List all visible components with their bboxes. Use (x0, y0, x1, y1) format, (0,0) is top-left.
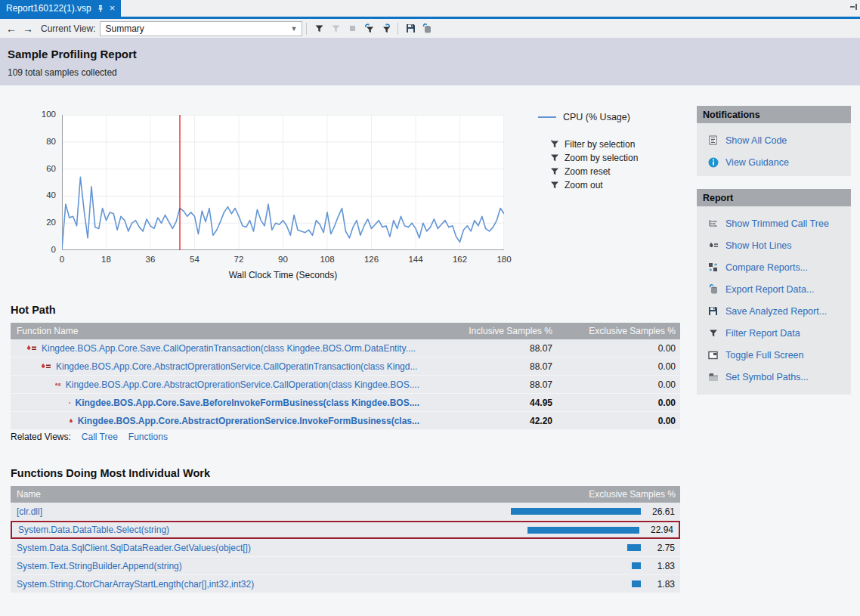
zoom-by-selection-button[interactable]: Zoom by selection (550, 153, 638, 163)
exclusive-samples-value: 0.00 (555, 398, 680, 408)
hot-path-row[interactable]: Kingdee.BOS.App.Core.Save.CallOperatinTr… (11, 339, 680, 358)
show-all-code-label: Show All Code (725, 135, 787, 146)
function-name-link[interactable]: [clr.dll] (17, 506, 42, 517)
column-header-name[interactable]: Name (11, 489, 555, 500)
funnel-icon (550, 167, 559, 176)
zoom-in-filter-button[interactable] (360, 20, 377, 37)
hot-path-table: Function Name Inclusive Samples % Exclus… (11, 323, 680, 430)
forward-button[interactable]: → (20, 20, 36, 37)
exclusive-samples-value: 1.83 (641, 579, 680, 590)
x-axis-tick-label: 180 (491, 255, 517, 264)
x-axis-title: Wall Clock Time (Seconds) (62, 270, 504, 280)
filter-by-selection-button[interactable]: Filter by selection (550, 139, 635, 150)
page-title: Sample Profiling Report (0, 38, 860, 60)
functions-table-header: Name Exclusive Samples % (11, 486, 680, 503)
funnel-icon (550, 140, 559, 149)
folder-icon (707, 373, 719, 382)
exclusive-samples-bar (627, 544, 641, 551)
notifications-title: Notifications (703, 110, 760, 120)
hot-path-row[interactable]: Kingdee.BOS.App.Core.AbstractOprerationS… (11, 376, 680, 394)
current-view-label: Current View: (41, 23, 95, 34)
legend-label: CPU (% Usage) (563, 112, 630, 122)
y-axis-tick-label: 80 (32, 137, 56, 146)
related-views: Related Views: Call Tree Functions (11, 432, 168, 442)
zoom-out-button[interactable]: Zoom out (550, 180, 603, 190)
hot-path-icon (26, 345, 37, 352)
function-name-link[interactable]: System.Data.SqlClient.SqlDataReader.GetV… (17, 543, 251, 553)
y-axis-tick-label: 20 (32, 218, 56, 227)
toggle-full-screen-link[interactable]: Toggle Full Screen (697, 344, 851, 366)
zoom-by-selection-label: Zoom by selection (565, 153, 638, 163)
exclusive-samples-value: 0.00 (555, 361, 680, 372)
functions-row[interactable]: System.Text.StringBuilder.Append(string)… (11, 557, 680, 575)
show-trimmed-call-tree-link[interactable]: Show Trimmed Call Tree (697, 212, 851, 234)
functions-work-table: Name Exclusive Samples % [clr.dll]26.61S… (11, 486, 680, 593)
related-view-call-tree-link[interactable]: Call Tree (82, 432, 118, 442)
pin-icon[interactable] (97, 5, 104, 13)
export-report-data-label: Export Report Data... (725, 284, 814, 295)
cpu-usage-plot[interactable] (62, 115, 504, 250)
filter-button[interactable] (311, 20, 327, 37)
function-name-link[interactable]: Kingdee.BOS.App.Core.Save.BeforeInvokeFo… (76, 398, 419, 408)
column-header-exclusive-samples[interactable]: Exclusive Samples % (555, 489, 680, 500)
function-name-link[interactable]: Kingdee.BOS.App.Core.Save.CallOperatinTr… (42, 343, 416, 354)
show-hot-lines-link[interactable]: Show Hot Lines (697, 234, 851, 256)
back-button[interactable]: ← (3, 20, 20, 37)
column-header-function-name[interactable]: Function Name (11, 326, 419, 336)
function-name-link[interactable]: Kingdee.BOS.App.Core.AbstractOprerationS… (56, 361, 417, 372)
functions-row[interactable]: System.Data.SqlClient.SqlDataReader.GetV… (11, 539, 680, 557)
hot-path-icon (40, 363, 51, 370)
function-name-link[interactable]: Kingdee.BOS.App.Core.AbstractOprerationS… (78, 416, 419, 426)
chart-legend: CPU (% Usage) (538, 112, 630, 122)
export-report-data-link[interactable]: Export Report Data... (697, 278, 851, 300)
exclusive-samples-value: 0.00 (555, 379, 680, 390)
funnel-icon (707, 329, 719, 338)
functions-row[interactable]: [clr.dll]26.61 (11, 503, 680, 521)
exclusive-samples-bar (527, 527, 639, 534)
hot-path-rows: Kingdee.BOS.App.Core.Save.CallOperatinTr… (11, 339, 680, 430)
tab-report-vsp[interactable]: Report160122(1).vsp × (0, 0, 121, 17)
function-name-link[interactable]: System.String.CtorCharArrayStartLength(c… (17, 579, 254, 590)
chevron-down-icon: ▼ (291, 25, 298, 33)
column-header-inclusive-samples[interactable]: Inclusive Samples % (419, 326, 555, 336)
hot-path-row[interactable]: Kingdee.BOS.App.Core.AbstractOprerationS… (11, 412, 680, 430)
toolbar-overflow-icon[interactable] (850, 4, 857, 10)
filter-report-data-link[interactable]: Filter Report Data (697, 322, 851, 344)
exclusive-samples-value: 0.00 (555, 416, 680, 426)
current-view-select[interactable]: Summary ▼ (100, 21, 302, 36)
export-report-button[interactable] (419, 20, 435, 37)
toggle-full-screen-label: Toggle Full Screen (725, 350, 804, 361)
zoom-reset-label: Zoom reset (565, 166, 611, 177)
stop-disabled-button (344, 20, 360, 37)
zoom-reset-button[interactable]: Zoom reset (550, 166, 611, 177)
functions-row-highlighted[interactable]: System.Data.DataTable.Select(string)22.9… (11, 521, 680, 539)
info-icon (707, 157, 719, 168)
report-panel-header: Report (697, 189, 851, 206)
functions-rows: [clr.dll]26.61System.Data.DataTable.Sele… (11, 503, 680, 593)
code-document-icon (707, 135, 719, 145)
function-name-link[interactable]: System.Data.DataTable.Select(string) (18, 525, 169, 535)
function-name-link[interactable]: System.Text.StringBuilder.Append(string) (17, 561, 182, 571)
set-symbol-paths-link[interactable]: Set Symbol Paths... (697, 366, 851, 388)
save-report-button[interactable] (402, 20, 419, 37)
close-icon[interactable]: × (110, 4, 116, 13)
inclusive-samples-value: 44.95 (419, 398, 555, 408)
cpu-usage-chart[interactable] (62, 115, 504, 250)
function-name-link[interactable]: Kingdee.BOS.App.Core.AbstractOprerationS… (66, 379, 419, 390)
hot-path-table-header: Function Name Inclusive Samples % Exclus… (11, 323, 680, 339)
functions-row[interactable]: System.String.CtorCharArrayStartLength(c… (11, 575, 680, 593)
exclusive-samples-value: 1.83 (641, 561, 680, 571)
show-all-code-link[interactable]: Show All Code (697, 129, 851, 151)
zoom-out-filter-button[interactable] (377, 20, 394, 37)
funnel-icon (550, 181, 559, 190)
save-analyzed-report-link[interactable]: Save Analyzed Report... (697, 300, 851, 322)
hot-path-row[interactable]: Kingdee.BOS.App.Core.Save.BeforeInvokeFo… (11, 394, 680, 412)
view-guidance-link[interactable]: View Guidance (697, 151, 851, 173)
x-axis-tick-label: 144 (403, 255, 428, 264)
show-hot-lines-label: Show Hot Lines (725, 240, 792, 251)
forward-arrow-icon: → (23, 23, 33, 35)
related-view-functions-link[interactable]: Functions (128, 432, 168, 442)
hot-path-row[interactable]: Kingdee.BOS.App.Core.AbstractOprerationS… (11, 358, 680, 376)
column-header-exclusive-samples[interactable]: Exclusive Samples % (555, 326, 680, 336)
compare-reports-link[interactable]: Compare Reports... (697, 256, 851, 278)
